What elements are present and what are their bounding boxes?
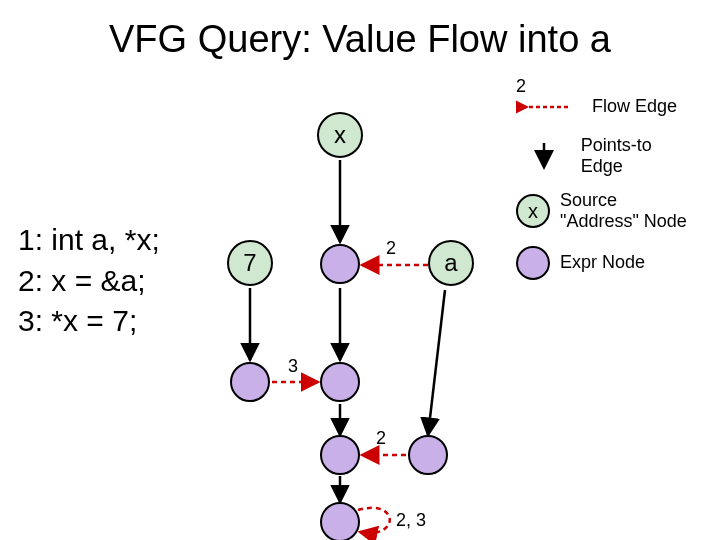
legend-expr-node-label: Expr Node [560, 252, 645, 273]
page-title: VFG Query: Value Flow into a [0, 18, 720, 61]
node-7-label: 7 [243, 249, 256, 277]
legend-flow-edge-num: 2 [516, 76, 526, 97]
svg-line-9 [428, 290, 445, 435]
legend-points-to-label: Points-to Edge [581, 135, 696, 176]
vfg-diagram: x 7 a 2 3 2 2, 3 [210, 110, 530, 520]
edge-label-mid: 2 [386, 238, 396, 259]
code-line-1: 1: int a, *x; [18, 220, 160, 261]
edge-label-bottom: 2, 3 [396, 510, 426, 531]
expr-node-row4-right [408, 435, 448, 475]
expr-node-row4-center [320, 435, 360, 475]
expr-node-bottom [320, 502, 360, 540]
expr-node-row3-center [320, 362, 360, 402]
node-a-label: a [444, 249, 457, 277]
code-block: 1: int a, *x; 2: x = &a; 3: *x = 7; [18, 220, 160, 342]
legend-flow-edge: 2 Flow Edge [516, 96, 696, 117]
legend-expr-node: Expr Node [516, 246, 696, 280]
code-line-2: 2: x = &a; [18, 261, 160, 302]
expr-node-row2 [320, 244, 360, 284]
diagram-edges [210, 110, 530, 520]
node-7: 7 [227, 240, 273, 286]
legend-source-node-label: Source "Address" Node [560, 190, 696, 231]
legend-points-to: Points-to Edge [516, 135, 696, 176]
edge-label-row4: 2 [376, 428, 386, 449]
code-line-3: 3: *x = 7; [18, 301, 160, 342]
node-a: a [428, 240, 474, 286]
node-x-label: x [334, 121, 346, 149]
edge-label-3: 3 [288, 356, 298, 377]
legend-flow-edge-label: Flow Edge [592, 96, 677, 117]
legend-source-node: x Source "Address" Node [516, 190, 696, 231]
legend: 2 Flow Edge Points-to Edge x Source "Add… [516, 90, 696, 294]
expr-node-row3-left [230, 362, 270, 402]
node-x: x [317, 112, 363, 158]
